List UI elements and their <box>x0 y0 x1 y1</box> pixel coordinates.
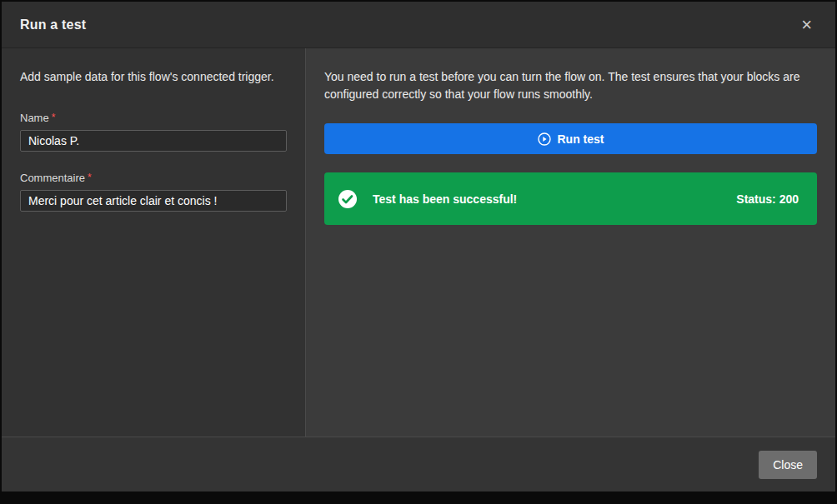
sample-data-description: Add sample data for this flow's connecte… <box>20 68 287 85</box>
close-button[interactable]: Close <box>759 451 817 479</box>
run-test-button[interactable]: Run test <box>324 123 817 154</box>
check-icon <box>338 189 358 209</box>
sample-data-panel: Add sample data for this flow's connecte… <box>2 48 306 437</box>
commentaire-field-label: Commentaire* <box>20 172 287 184</box>
play-icon <box>538 132 551 146</box>
test-description: You need to run a test before you can tu… <box>324 68 817 103</box>
required-asterisk: * <box>52 112 56 123</box>
run-a-test-modal: Run a test × Add sample data for this fl… <box>2 2 835 492</box>
status-badge: Status: 200 <box>736 192 799 206</box>
success-message: Test has been successful! <box>373 192 517 206</box>
name-field-label: Name* <box>20 112 287 124</box>
required-asterisk: * <box>88 172 92 183</box>
close-icon[interactable]: × <box>798 14 815 36</box>
screen-frame: Run a test × Add sample data for this fl… <box>0 0 837 504</box>
test-panel: You need to run a test before you can tu… <box>306 48 835 437</box>
commentaire-field[interactable] <box>20 190 287 212</box>
commentaire-label-text: Commentaire <box>20 172 85 184</box>
run-test-label: Run test <box>558 132 604 146</box>
modal-body: Add sample data for this flow's connecte… <box>2 48 835 437</box>
name-field[interactable] <box>20 130 287 152</box>
modal-header: Run a test × <box>2 2 835 48</box>
modal-footer: Close <box>2 437 835 492</box>
name-label-text: Name <box>20 112 49 124</box>
modal-title: Run a test <box>20 17 86 32</box>
test-success-banner: Test has been successful! Status: 200 <box>324 172 817 225</box>
